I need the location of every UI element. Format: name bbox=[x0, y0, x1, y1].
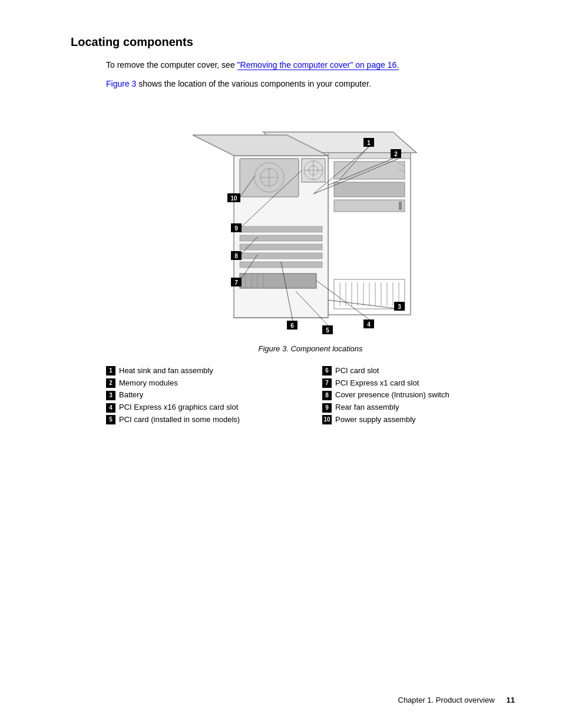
list-item: 7 PCI Express x1 card slot bbox=[322, 377, 515, 390]
component-badge-2: 2 bbox=[106, 378, 115, 388]
component-badge-8: 8 bbox=[322, 391, 332, 400]
component-label-7: PCI Express x1 card slot bbox=[335, 377, 419, 390]
component-badge-7: 7 bbox=[322, 378, 332, 388]
component-label-5: PCI card (installed in some models) bbox=[119, 414, 240, 426]
list-item: 10 Power supply assembly bbox=[322, 414, 515, 426]
component-label-10: Power supply assembly bbox=[335, 414, 416, 426]
svg-rect-37 bbox=[240, 244, 322, 250]
figure-ref-paragraph: Figure 3 shows the location of the vario… bbox=[106, 77, 515, 90]
list-item: 5 PCI card (installed in some models) bbox=[106, 414, 299, 426]
component-column-left: 1 Heat sink and fan assembly 2 Memory mo… bbox=[106, 365, 299, 426]
svg-text:7: 7 bbox=[234, 279, 238, 286]
svg-text:6: 6 bbox=[290, 322, 294, 329]
list-item: 1 Heat sink and fan assembly bbox=[106, 365, 299, 377]
component-label-1: Heat sink and fan assembly bbox=[119, 365, 213, 377]
component-label-4: PCI Express x16 graphics card slot bbox=[119, 401, 238, 414]
component-label-3: Battery bbox=[119, 389, 143, 401]
figure-container: 1 2 3 4 5 6 bbox=[71, 103, 515, 338]
svg-rect-40 bbox=[240, 274, 316, 288]
page-content: Locating components To remove the comput… bbox=[0, 0, 562, 462]
component-badge-6: 6 bbox=[322, 366, 332, 375]
svg-rect-6 bbox=[334, 200, 405, 212]
section-title: Locating components bbox=[71, 35, 515, 49]
component-label-9: Rear fan assembly bbox=[335, 401, 399, 414]
svg-rect-36 bbox=[240, 235, 322, 241]
component-list: 1 Heat sink and fan assembly 2 Memory mo… bbox=[106, 365, 515, 426]
component-badge-3: 3 bbox=[106, 391, 115, 400]
diagram-svg: 1 2 3 4 5 6 bbox=[146, 103, 440, 338]
svg-text:3: 3 bbox=[398, 304, 401, 310]
page-footer: Chapter 1. Product overview 11 bbox=[398, 696, 515, 704]
component-label-8: Cover presence (Intrusion) switch bbox=[335, 389, 449, 401]
svg-rect-35 bbox=[240, 226, 322, 232]
computer-diagram: 1 2 3 4 5 6 bbox=[146, 103, 440, 338]
list-item: 6 PCI card slot bbox=[322, 365, 515, 377]
svg-text:2: 2 bbox=[394, 151, 398, 157]
component-badge-5: 5 bbox=[106, 415, 115, 424]
intro-text: To remove the computer cover, see bbox=[106, 60, 237, 70]
svg-rect-3 bbox=[334, 182, 405, 197]
svg-text:8: 8 bbox=[234, 253, 238, 259]
component-badge-10: 10 bbox=[322, 415, 332, 424]
component-badge-1: 1 bbox=[106, 366, 115, 375]
svg-rect-38 bbox=[240, 253, 322, 259]
svg-rect-2 bbox=[334, 162, 405, 179]
figure-caption: Figure 3. Component locations bbox=[106, 344, 515, 353]
component-column-right: 6 PCI card slot 7 PCI Express x1 card sl… bbox=[322, 365, 515, 426]
list-item: 3 Battery bbox=[106, 389, 299, 401]
figure-ref-text: shows the location of the various compon… bbox=[136, 79, 371, 88]
list-item: 9 Rear fan assembly bbox=[322, 401, 515, 414]
component-badge-9: 9 bbox=[322, 403, 332, 413]
svg-text:5: 5 bbox=[326, 327, 329, 334]
svg-text:1: 1 bbox=[367, 140, 371, 146]
svg-text:4: 4 bbox=[367, 321, 371, 328]
component-label-6: PCI card slot bbox=[335, 365, 379, 377]
figure-ref-link[interactable]: Figure 3 bbox=[106, 79, 136, 88]
component-badge-4: 4 bbox=[106, 403, 115, 413]
svg-text:10: 10 bbox=[230, 195, 237, 202]
svg-text:9: 9 bbox=[234, 225, 238, 232]
page-ref-link[interactable]: "Removing the computer cover" on page 16… bbox=[237, 60, 399, 70]
chapter-text: Chapter 1. Product overview bbox=[398, 696, 495, 704]
list-item: 8 Cover presence (Intrusion) switch bbox=[322, 389, 515, 401]
svg-rect-7 bbox=[399, 202, 402, 210]
page-number: 11 bbox=[507, 696, 515, 704]
intro-paragraph: To remove the computer cover, see "Remov… bbox=[106, 58, 515, 71]
list-item: 4 PCI Express x16 graphics card slot bbox=[106, 401, 299, 414]
list-item: 2 Memory modules bbox=[106, 377, 299, 390]
component-label-2: Memory modules bbox=[119, 377, 178, 390]
